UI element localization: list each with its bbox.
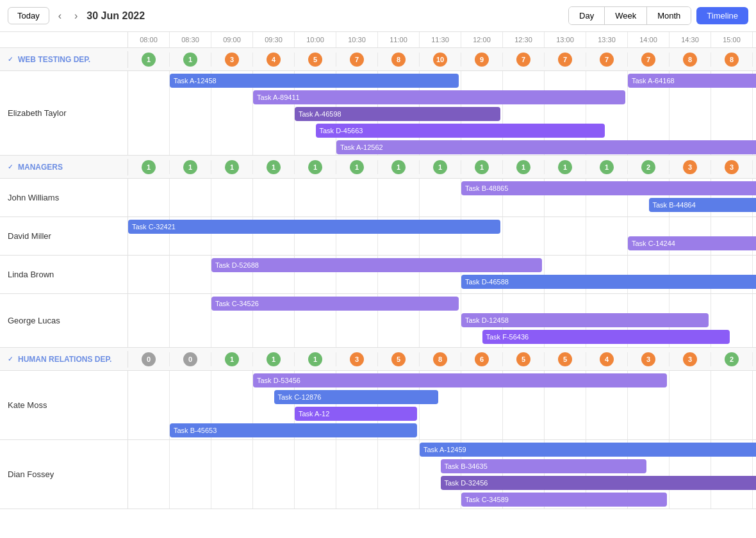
task-bar[interactable]: Task A-12458 bbox=[170, 74, 459, 88]
task-bar[interactable]: Task C-32421 bbox=[128, 220, 500, 234]
prev-button[interactable]: ‹ bbox=[54, 8, 65, 24]
person-name: Linda Brown bbox=[0, 256, 128, 293]
time-header-cell: 13:30 bbox=[586, 32, 628, 47]
dept-count-cell: 3 bbox=[211, 53, 253, 67]
dept-label[interactable]: ✓WEB TESTING DEP. bbox=[0, 51, 128, 68]
time-header-cell: 14:30 bbox=[670, 32, 711, 47]
dept-row: ✓MANAGERS11111111111123332 bbox=[0, 156, 756, 179]
next-button[interactable]: › bbox=[70, 8, 81, 24]
chevron-icon: ✓ bbox=[8, 56, 13, 63]
dept-rows: ✓WEB TESTING DEP.113457810977778886Eliza… bbox=[0, 48, 756, 509]
dept-count-cell: 5 bbox=[503, 352, 545, 366]
person-name: Elizabeth Taylor bbox=[0, 71, 128, 155]
count-badge: 8 bbox=[725, 53, 739, 67]
task-bar[interactable]: Task A-12459 bbox=[420, 443, 756, 457]
count-badge: 0 bbox=[142, 352, 156, 366]
time-header-cell: 14:00 bbox=[628, 32, 670, 47]
task-bar[interactable]: Task D-52688 bbox=[211, 258, 542, 272]
dept-label[interactable]: ✓HUMAN RELATIONS DEP. bbox=[0, 351, 128, 368]
today-button[interactable]: Today bbox=[8, 7, 49, 24]
dept-count-cell: 7 bbox=[545, 53, 586, 67]
task-bar[interactable]: Task B-44864 bbox=[649, 198, 757, 212]
count-badge: 1 bbox=[308, 160, 322, 174]
dept-count-cell: 1 bbox=[128, 160, 170, 174]
person-name: Kate Moss bbox=[0, 371, 128, 439]
task-bar[interactable]: Task A-12562 bbox=[336, 140, 756, 154]
task-bar[interactable]: Task C-34526 bbox=[211, 297, 459, 311]
time-header-cell: 15:00 bbox=[711, 32, 753, 47]
dept-name: WEB TESTING DEP. bbox=[18, 55, 90, 64]
count-badge: 9 bbox=[475, 53, 489, 67]
task-bar[interactable]: Task C-14244 bbox=[628, 236, 756, 250]
time-header-cell: 09:30 bbox=[253, 32, 295, 47]
count-badge: 7 bbox=[558, 53, 572, 67]
count-badge: 5 bbox=[558, 352, 572, 366]
view-group: Day Week Month bbox=[568, 6, 691, 25]
task-bar[interactable]: Task C-12876 bbox=[274, 390, 438, 404]
count-badge: 1 bbox=[475, 160, 489, 174]
time-header-cell: 08:00 bbox=[128, 32, 170, 47]
dept-count-cell: 1 bbox=[211, 160, 253, 174]
task-bar[interactable]: Task A-46598 bbox=[295, 107, 500, 121]
timeline-view-button[interactable]: Timeline bbox=[696, 7, 748, 24]
dept-count-cell: 7 bbox=[628, 53, 670, 67]
person-name: Dian Fossey bbox=[0, 440, 128, 509]
count-badge: 0 bbox=[183, 352, 197, 366]
dept-count-cell: 1 bbox=[545, 160, 586, 174]
dept-count-cell: 4 bbox=[586, 352, 628, 366]
dept-count-cell: 3 bbox=[670, 352, 711, 366]
count-badge: 2 bbox=[725, 352, 739, 366]
count-badge: 7 bbox=[516, 53, 530, 67]
dept-count-cell: 1 bbox=[420, 160, 461, 174]
count-badge: 1 bbox=[516, 160, 530, 174]
count-badge: 8 bbox=[433, 352, 447, 366]
task-bar[interactable]: Task A-89411 bbox=[253, 90, 625, 104]
task-bar[interactable]: Task A-12 bbox=[295, 407, 417, 421]
count-badge: 1 bbox=[142, 53, 156, 67]
dept-name: HUMAN RELATIONS DEP. bbox=[18, 355, 111, 364]
count-badge: 3 bbox=[683, 352, 697, 366]
count-badge: 1 bbox=[267, 160, 281, 174]
dept-count-cell: 1 bbox=[586, 160, 628, 174]
month-view-button[interactable]: Month bbox=[647, 7, 691, 24]
dept-count-cell: 1 bbox=[170, 160, 211, 174]
person-tasks-area: Task D-52688Task D-46588 bbox=[128, 256, 756, 293]
dept-count-cell: 5 bbox=[545, 352, 586, 366]
person-row: Elizabeth TaylorTask A-12458Task A-64168… bbox=[0, 71, 756, 156]
dept-count-cell: 1 bbox=[128, 53, 170, 67]
person-row: Linda BrownTask D-52688Task D-46588 bbox=[0, 256, 756, 294]
task-bar[interactable]: Task D-46588 bbox=[461, 275, 756, 289]
dept-count-cell: 7 bbox=[503, 53, 545, 67]
current-date: 30 Jun 2022 bbox=[86, 10, 145, 22]
count-badge: 1 bbox=[183, 160, 197, 174]
dept-count-cell: 8 bbox=[378, 53, 420, 67]
task-bar[interactable]: Task D-45663 bbox=[316, 124, 605, 138]
count-badge: 8 bbox=[683, 53, 697, 67]
tasks-layer: Task A-12458Task A-64168Task A-89411Task… bbox=[128, 71, 756, 155]
dept-count-cell: 3 bbox=[628, 352, 670, 366]
tasks-layer: Task C-32421Task C-14244 bbox=[128, 217, 756, 255]
dept-count-cell: 1 bbox=[461, 160, 503, 174]
week-view-button[interactable]: Week bbox=[605, 7, 647, 24]
dept-count-cell: 0 bbox=[128, 352, 170, 366]
task-bar[interactable]: Task D-53456 bbox=[253, 373, 667, 387]
dept-count-cell: 3 bbox=[711, 160, 753, 174]
dept-count-cell: 1 bbox=[378, 160, 420, 174]
person-name: David Miller bbox=[0, 217, 128, 255]
task-bar[interactable]: Task B-45653 bbox=[170, 423, 417, 437]
person-row: George LucasTask C-34526Task D-12458Task… bbox=[0, 294, 756, 348]
task-bar[interactable]: Task D-32456 bbox=[441, 476, 757, 490]
count-badge: 1 bbox=[600, 160, 614, 174]
count-badge: 3 bbox=[641, 352, 655, 366]
day-view-button[interactable]: Day bbox=[569, 7, 605, 24]
task-bar[interactable]: Task B-34635 bbox=[441, 459, 646, 473]
task-bar[interactable]: Task B-48865 bbox=[461, 181, 756, 195]
task-bar[interactable]: Task D-12458 bbox=[461, 313, 709, 327]
dept-count-cell: 3 bbox=[336, 352, 378, 366]
dept-count-cell: 8 bbox=[753, 53, 756, 67]
task-bar[interactable]: Task F-56436 bbox=[482, 330, 730, 344]
task-bar[interactable]: Task C-34589 bbox=[461, 493, 667, 507]
task-bar[interactable]: Task A-64168 bbox=[628, 74, 756, 88]
dept-label[interactable]: ✓MANAGERS bbox=[0, 159, 128, 175]
time-header-cell: 11:30 bbox=[420, 32, 461, 47]
